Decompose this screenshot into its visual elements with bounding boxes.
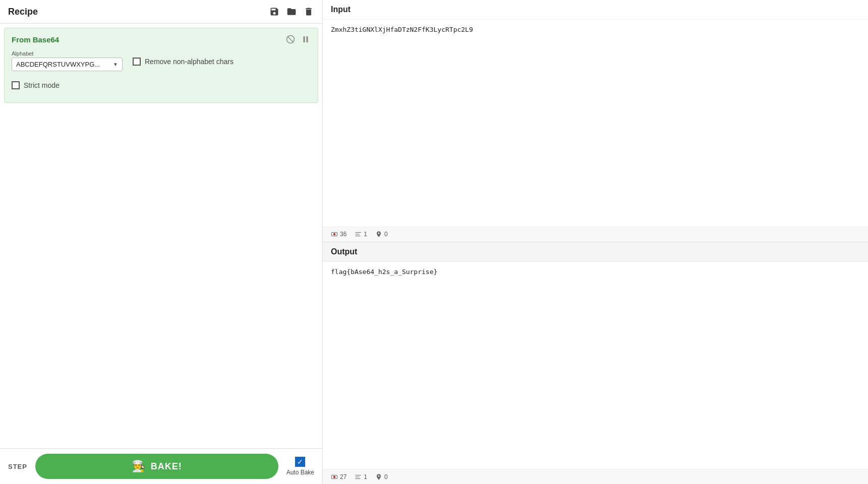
options-row: Alphabet ABCDEFQRSTUVWXYPG... ▼ Remove n… (12, 50, 311, 77)
auto-bake-checkbox[interactable]: ✓ (295, 457, 305, 467)
delete-icon[interactable] (303, 6, 314, 17)
output-lines-icon (355, 473, 362, 480)
input-lines-stat: 1 (355, 231, 367, 238)
rec-icon (331, 231, 338, 238)
output-status-bar: 27 1 0 (323, 469, 868, 484)
input-lines-value: 1 (364, 231, 367, 238)
output-rec-icon (331, 473, 338, 480)
recipe-panel: Recipe (0, 0, 323, 484)
save-icon[interactable] (269, 6, 280, 17)
right-panel: Input ZmxhZ3tiGNXlXjHfaDTzN2FfK3LycRTpc2… (323, 0, 868, 484)
input-location-value: 0 (384, 231, 388, 238)
input-section: Input ZmxhZ3tiGNXlXjHfaDTzN2FfK3LycRTpc2… (323, 0, 868, 242)
chef-icon: 👨‍🍳 (132, 460, 146, 473)
output-lines-value: 1 (364, 473, 367, 480)
step-label: STEP (8, 463, 27, 470)
input-location-stat: 0 (375, 231, 388, 238)
dropdown-arrow-icon: ▼ (113, 62, 118, 67)
strict-mode-label: Strict mode (24, 81, 60, 89)
bottom-bar: STEP 👨‍🍳 BAKE! ✓ Auto Bake (0, 448, 322, 484)
output-location-value: 0 (384, 473, 388, 480)
output-section: Output flag{bAse64_h2s_a_Surprise} 27 1 … (323, 242, 868, 485)
remove-non-alphabet-checkbox[interactable] (133, 58, 141, 66)
alphabet-label: Alphabet (12, 50, 123, 57)
operation-controls (285, 34, 311, 44)
disable-operation-icon[interactable] (285, 34, 296, 44)
auto-bake-label: Auto Bake (286, 469, 314, 476)
operation-card: From Base64 (4, 28, 318, 103)
output-title: Output (323, 242, 868, 262)
output-rec-stat: 27 (331, 473, 346, 480)
input-rec-stat: 36 (331, 231, 346, 238)
pause-operation-icon[interactable] (301, 34, 311, 44)
svg-rect-3 (307, 36, 308, 42)
open-folder-icon[interactable] (286, 6, 297, 17)
recipe-header-icons (269, 6, 314, 17)
output-location-icon (375, 473, 382, 480)
output-location-stat: 0 (375, 473, 388, 480)
alphabet-dropdown[interactable]: ABCDEFQRSTUVWXYPG... ▼ (12, 58, 123, 71)
auto-bake-section: ✓ Auto Bake (286, 457, 314, 476)
input-text[interactable]: ZmxhZ3tiGNXlXjHfaDTzN2FfK3LycRTpc2L9 (323, 20, 868, 227)
recipe-title: Recipe (8, 7, 38, 17)
bake-button[interactable]: 👨‍🍳 BAKE! (35, 454, 278, 479)
alphabet-section: Alphabet ABCDEFQRSTUVWXYPG... ▼ (12, 50, 123, 71)
svg-point-10 (333, 475, 335, 477)
recipe-header: Recipe (0, 0, 322, 24)
output-rec-value: 27 (340, 473, 346, 480)
operation-header: From Base64 (12, 34, 311, 44)
input-title: Input (323, 0, 868, 20)
output-lines-stat: 1 (355, 473, 367, 480)
alphabet-value: ABCDEFQRSTUVWXYPG... (16, 61, 100, 68)
bake-label: BAKE! (151, 461, 182, 472)
remove-non-alphabet-row: Remove non-alphabet chars (133, 58, 234, 66)
location-icon (375, 231, 382, 238)
operation-name: From Base64 (12, 35, 59, 44)
svg-point-5 (333, 233, 335, 235)
input-status-bar: 36 1 0 (323, 227, 868, 242)
input-rec-value: 36 (340, 231, 346, 238)
remove-non-alphabet-label: Remove non-alphabet chars (145, 58, 234, 66)
strict-mode-row: Strict mode (12, 81, 311, 89)
strict-mode-checkbox[interactable] (12, 81, 20, 89)
lines-icon (355, 231, 362, 238)
output-text[interactable]: flag{bAse64_h2s_a_Surprise} (323, 262, 868, 469)
svg-line-1 (287, 36, 294, 42)
svg-rect-2 (304, 36, 305, 42)
recipe-empty-area (0, 107, 322, 448)
